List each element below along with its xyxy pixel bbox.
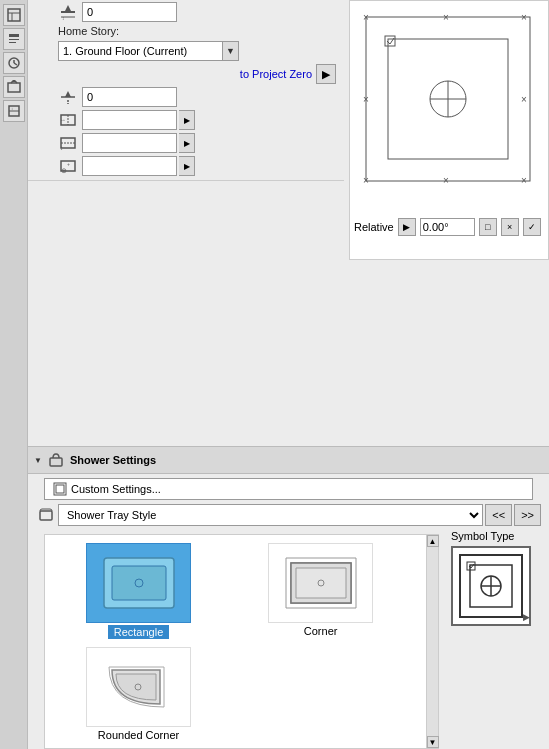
main-container: ↕ × × × <box>0 0 549 749</box>
preview-area: × × × × × × × × Relative ▶ <box>349 0 549 260</box>
svg-rect-5 <box>9 42 16 43</box>
home-story-arrow[interactable]: ▼ <box>223 41 239 61</box>
angle-input[interactable] <box>420 218 475 236</box>
svg-text:×: × <box>363 12 369 23</box>
width-spin-btn[interactable]: ▶ <box>179 110 195 130</box>
svg-text:×: × <box>521 175 527 186</box>
svg-marker-34 <box>65 91 71 97</box>
svg-line-8 <box>14 63 17 65</box>
elevation-input[interactable] <box>82 2 177 22</box>
tray-option-rectangle[interactable]: Rectangle <box>49 543 228 639</box>
tray-option-rounded-corner[interactable]: Rounded Corner <box>49 647 228 741</box>
shower-section-icon <box>46 450 66 470</box>
shower-tray-row: Shower Tray Style << >> <box>36 504 541 526</box>
svg-marker-30 <box>65 5 71 11</box>
sidebar-tool-4[interactable] <box>3 76 25 98</box>
scroll-down-btn[interactable]: ▼ <box>427 736 439 748</box>
svg-rect-26 <box>385 36 395 46</box>
symbol-arrow[interactable]: ▶ <box>523 612 530 622</box>
sidebar-tool-5[interactable]: ↕ <box>3 100 25 122</box>
to-project-zero-row: to Project Zero ▶ <box>58 64 336 84</box>
left-sidebar: ↕ <box>0 0 28 749</box>
scroll-up-btn[interactable]: ▲ <box>427 535 439 547</box>
to-project-zero-link[interactable]: to Project Zero <box>240 68 312 80</box>
nav-next-btn[interactable]: >> <box>514 504 541 526</box>
elevation-input-row <box>82 2 177 22</box>
shower-settings-header[interactable]: ▼ Shower Settings <box>28 446 549 474</box>
zero-input[interactable] <box>82 87 177 107</box>
height-spin-btn[interactable]: ▶ <box>179 133 195 153</box>
elevation-icon: ↕ <box>58 2 78 22</box>
svg-text:×: × <box>521 94 527 105</box>
offset-input-row: 100 ▶ <box>82 156 195 176</box>
height-input[interactable]: 900 <box>82 133 177 153</box>
svg-rect-48 <box>40 511 52 520</box>
angle-x-btn[interactable]: × <box>501 218 519 236</box>
svg-text:+: + <box>67 161 70 167</box>
offset-row: ⊕ + 100 ▶ <box>58 156 336 176</box>
symbol-type-section: Symbol Type <box>451 530 541 749</box>
tray-option-corner[interactable]: Corner <box>231 543 410 637</box>
svg-rect-45 <box>50 458 62 466</box>
svg-rect-50 <box>112 566 166 600</box>
elevation-row: ↕ <box>58 2 336 22</box>
width-input-row: 900 ▶ <box>82 110 195 130</box>
corner-tray-svg <box>276 548 366 618</box>
svg-text:↕: ↕ <box>60 145 63 151</box>
home-story-dropdown[interactable]: 1. Ground Floor (Current) <box>58 41 223 61</box>
width-input[interactable]: 900 <box>82 110 177 130</box>
home-story-label: Home Story: <box>58 25 119 37</box>
zero-input-row <box>82 87 177 107</box>
nav-prev-btn[interactable]: << <box>485 504 512 526</box>
shower-collapse-arrow: ▼ <box>34 456 42 465</box>
zero-row <box>58 87 336 107</box>
home-story-dropdown-row: 1. Ground Floor (Current) ▼ <box>58 41 336 61</box>
rectangle-tray-svg <box>94 548 184 618</box>
svg-rect-4 <box>9 39 19 40</box>
relative-btn[interactable]: ▶ <box>398 218 416 236</box>
shower-tray-dropdown[interactable]: Shower Tray Style <box>58 504 483 526</box>
symbol-type-svg <box>456 551 526 621</box>
preview-svg: × × × × × × × × <box>358 9 538 204</box>
custom-settings-wrapper: Custom Settings... <box>36 478 541 500</box>
offset-spin-btn[interactable]: ▶ <box>179 156 195 176</box>
sidebar-tool-3[interactable] <box>3 52 25 74</box>
sidebar-tool-2[interactable] <box>3 28 25 50</box>
custom-settings-icon <box>53 482 67 496</box>
symbol-type-box: ▶ <box>451 546 531 626</box>
rounded-corner-tray-svg <box>94 652 184 722</box>
custom-settings-btn[interactable]: Custom Settings... <box>44 478 533 500</box>
height-icon: ↕ <box>58 133 78 153</box>
home-story-row: Home Story: <box>58 25 336 38</box>
svg-rect-47 <box>56 485 64 493</box>
shower-section-title: Shower Settings <box>70 454 156 466</box>
custom-settings-label: Custom Settings... <box>71 483 161 495</box>
to-project-zero-btn[interactable]: ▶ <box>316 64 336 84</box>
angle-check-btn[interactable]: ✓ <box>523 218 541 236</box>
tray-options-container: Rectangle <box>44 534 439 749</box>
width-icon: ↔ <box>58 110 78 130</box>
home-story-dropdown-wrapper: 1. Ground Floor (Current) ▼ <box>58 41 239 61</box>
svg-rect-0 <box>8 9 20 21</box>
shower-tray-icon <box>36 505 56 525</box>
tray-options-area: Rectangle <box>36 530 541 749</box>
svg-text:×: × <box>363 94 369 105</box>
offset-input[interactable]: 100 <box>82 156 177 176</box>
tray-grid: Rectangle <box>45 535 426 748</box>
svg-text:×: × <box>363 175 369 186</box>
svg-text:×: × <box>443 175 449 186</box>
svg-text:×: × <box>443 12 449 23</box>
offset-icon: ⊕ + <box>58 156 78 176</box>
svg-text:↕: ↕ <box>11 106 13 111</box>
svg-rect-9 <box>8 83 20 92</box>
svg-rect-3 <box>9 34 19 37</box>
angle-clear-btn[interactable]: □ <box>479 218 497 236</box>
sidebar-tool-1[interactable] <box>3 4 25 26</box>
svg-rect-29 <box>61 11 75 13</box>
top-section: ↕ Home Story: 1. Ground Floor (Current) … <box>28 0 344 181</box>
height-input-row: 900 ▶ <box>82 133 195 153</box>
rectangle-label: Rectangle <box>108 625 170 639</box>
symbol-type-label: Symbol Type <box>451 530 514 542</box>
svg-text:↔: ↔ <box>60 117 66 123</box>
zero-icon <box>58 87 78 107</box>
